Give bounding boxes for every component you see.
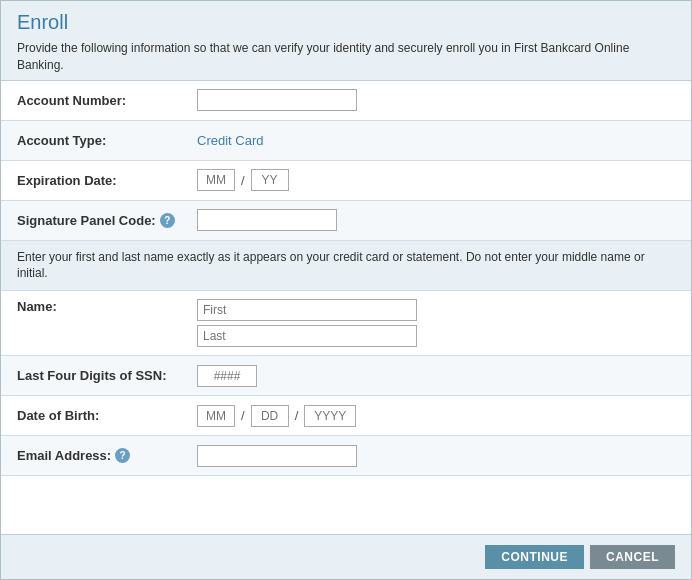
expiration-date-label: Expiration Date: — [17, 173, 197, 188]
account-number-input[interactable] — [197, 89, 357, 111]
expiration-date-row: Expiration Date: / — [1, 161, 691, 201]
signature-panel-row: Signature Panel Code: ? — [1, 201, 691, 241]
ssn-row: Last Four Digits of SSN: — [1, 356, 691, 396]
email-row: Email Address: ? — [1, 436, 691, 476]
dob-dd-input[interactable] — [251, 405, 289, 427]
signature-help-icon[interactable]: ? — [160, 213, 175, 228]
dob-row: Date of Birth: / / — [1, 396, 691, 436]
name-label: Name: — [17, 299, 197, 314]
name-inputs-group — [197, 299, 417, 347]
account-type-value: Credit Card — [197, 133, 263, 148]
form-body: Account Number: Account Type: Credit Car… — [1, 81, 691, 534]
account-number-label: Account Number: — [17, 93, 197, 108]
email-input[interactable] — [197, 445, 357, 467]
cancel-button[interactable]: CANCEL — [590, 545, 675, 569]
signature-panel-label: Signature Panel Code: ? — [17, 213, 197, 228]
page-title: Enroll — [17, 11, 675, 34]
page-header: Enroll Provide the following information… — [1, 1, 691, 81]
expiration-date-input-cell: / — [197, 169, 675, 191]
account-type-value-cell: Credit Card — [197, 133, 675, 148]
dob-yyyy-input[interactable] — [304, 405, 356, 427]
account-type-label: Account Type: — [17, 133, 197, 148]
email-input-cell — [197, 445, 675, 467]
last-name-input[interactable] — [197, 325, 417, 347]
expiration-yy-input[interactable] — [251, 169, 289, 191]
continue-button[interactable]: CONTINUE — [485, 545, 584, 569]
enroll-container: Enroll Provide the following information… — [0, 0, 692, 580]
signature-panel-input-cell — [197, 209, 675, 231]
signature-panel-input[interactable] — [197, 209, 337, 231]
email-help-icon[interactable]: ? — [115, 448, 130, 463]
email-label: Email Address: ? — [17, 448, 197, 463]
first-name-input[interactable] — [197, 299, 417, 321]
ssn-label: Last Four Digits of SSN: — [17, 368, 197, 383]
ssn-input-cell — [197, 365, 675, 387]
name-info-row: Enter your first and last name exactly a… — [1, 241, 691, 292]
form-footer: CONTINUE CANCEL — [1, 534, 691, 579]
name-info-text: Enter your first and last name exactly a… — [17, 249, 675, 283]
expiration-mm-input[interactable] — [197, 169, 235, 191]
name-input-cell — [197, 299, 675, 347]
ssn-input[interactable] — [197, 365, 257, 387]
exp-separator: / — [241, 173, 245, 188]
dob-sep1: / — [241, 408, 245, 423]
header-description: Provide the following information so tha… — [17, 40, 675, 74]
account-number-row: Account Number: — [1, 81, 691, 121]
account-type-row: Account Type: Credit Card — [1, 121, 691, 161]
name-row: Name: — [1, 291, 691, 356]
dob-input-cell: / / — [197, 405, 675, 427]
dob-sep2: / — [295, 408, 299, 423]
dob-mm-input[interactable] — [197, 405, 235, 427]
dob-label: Date of Birth: — [17, 408, 197, 423]
account-number-input-cell — [197, 89, 675, 111]
